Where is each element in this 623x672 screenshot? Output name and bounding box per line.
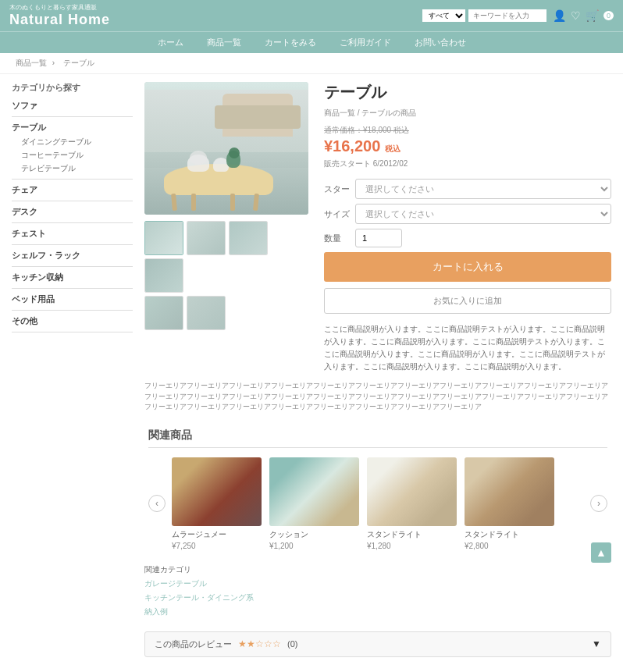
- breadcrumb: 商品一覧 › テーブル: [0, 53, 623, 74]
- thumbnail-row-2: [144, 296, 308, 330]
- sidebar-sub-coffee[interactable]: コーヒーテーブル: [21, 150, 133, 161]
- related-carousel: ‹ ムラージュメー ¥7,250 クッション ¥1,200 スタンドライト: [148, 457, 607, 550]
- cart-icon[interactable]: 🛒: [586, 9, 599, 22]
- thumb-2[interactable]: [187, 221, 226, 255]
- nav-cart[interactable]: カートをみる: [265, 37, 316, 48]
- color-option-row: スター 選択してください: [324, 179, 611, 199]
- nav-home[interactable]: ホーム: [158, 37, 183, 48]
- qty-option-label: 数量: [324, 233, 355, 244]
- related-title: 関連商品: [148, 428, 607, 448]
- related-item-image-3: [367, 457, 457, 526]
- user-icon[interactable]: 👤: [553, 9, 566, 22]
- main-container: カテゴリから探す ソファ テーブル ダイニングテーブル コーヒーテーブル テレビ…: [0, 74, 623, 672]
- breadcrumb-current: テーブル: [63, 59, 94, 67]
- related-item-price-2: ¥1,200: [269, 542, 359, 550]
- search-category-select[interactable]: すべて: [422, 9, 465, 22]
- header-subtitle: 木のぬくもりと暮らす家具通販: [9, 3, 110, 12]
- product-date-label: 販売スタート: [324, 159, 371, 168]
- related-item-price-1: ¥7,250: [172, 542, 262, 550]
- related-item-3[interactable]: スタンドライト ¥1,280: [367, 457, 457, 550]
- carousel-next-button[interactable]: ›: [590, 495, 607, 512]
- search-input[interactable]: [468, 9, 546, 22]
- thumb-3[interactable]: [229, 221, 268, 255]
- nav-contact[interactable]: お問い合わせ: [415, 37, 466, 48]
- related-item-name-1: ムラージュメー: [172, 529, 262, 540]
- product-price-value: ¥16,200: [324, 137, 380, 155]
- tags-label: 関連カテゴリ: [144, 563, 611, 577]
- related-item-name-3: スタンドライト: [367, 529, 457, 540]
- related-section: 関連商品 ‹ ムラージュメー ¥7,250 クッション ¥1,200: [144, 428, 611, 550]
- sidebar-sub-table: ダイニングテーブル コーヒーテーブル テレビテーブル: [12, 137, 133, 174]
- add-to-cart-button[interactable]: カートに入れる: [324, 252, 611, 282]
- tag-2[interactable]: キッチンテール・ダイニング系: [144, 593, 254, 602]
- sidebar-item-other[interactable]: その他: [12, 315, 133, 327]
- product-price-tax: 税込: [385, 144, 400, 153]
- logo-area: 木のぬくもりと暮らす家具通販 Natural Home: [9, 3, 110, 28]
- product-category-links: 商品一覧 / テーブルの商品: [324, 108, 611, 119]
- product-sub-category-link[interactable]: テーブルの商品: [361, 108, 416, 117]
- related-item-4[interactable]: スタンドライト ¥2,800: [465, 457, 554, 550]
- sidebar-item-kitchen[interactable]: キッチン収納: [12, 272, 133, 283]
- size-option-label: サイズ: [324, 208, 355, 220]
- header-icons: 👤 ♡ 🛒 0: [553, 9, 614, 22]
- sidebar-item-sofa[interactable]: ソファ: [12, 100, 133, 112]
- product-scene: [144, 82, 308, 215]
- review-section: この商品のレビュー ★★☆☆☆ (0) ▼ レビューはありません。 レビューを投…: [144, 631, 611, 673]
- thumbnail-row: [144, 221, 308, 293]
- sidebar-sub-tv[interactable]: テレビテーブル: [21, 163, 133, 174]
- color-select[interactable]: 選択してください: [355, 179, 611, 199]
- nav-products[interactable]: 商品一覧: [207, 37, 241, 48]
- product-category-link[interactable]: 商品一覧: [324, 108, 355, 117]
- related-item-image-4: [465, 457, 554, 526]
- product-price: ¥16,200 税込: [324, 137, 611, 155]
- review-header-label: この商品のレビュー: [155, 638, 232, 650]
- tags-section: 関連カテゴリ ガレージテーブル キッチンテール・ダイニング系 納入例: [144, 563, 611, 619]
- breadcrumb-sep: ›: [52, 59, 57, 67]
- product-date: 販売スタート 6/2012/02: [324, 158, 611, 169]
- sidebar-item-table[interactable]: テーブル: [12, 122, 133, 133]
- sidebar-sub-dining[interactable]: ダイニングテーブル: [21, 137, 133, 148]
- thumb-4[interactable]: [144, 258, 183, 293]
- related-item-price-4: ¥2,800: [465, 542, 554, 550]
- related-item-image-2: [269, 457, 359, 526]
- cart-count: 0: [603, 11, 614, 20]
- sidebar-item-chair[interactable]: チェア: [12, 184, 133, 196]
- size-option-row: サイズ 選択してください: [324, 204, 611, 224]
- product-description: ここに商品説明が入ります。ここに商品説明テストが入ります。ここに商品説明が入りま…: [324, 323, 611, 373]
- add-to-wishlist-button[interactable]: お気に入りに追加: [324, 288, 611, 314]
- related-items: ムラージュメー ¥7,250 クッション ¥1,200 スタンドライト ¥1,2…: [172, 457, 584, 550]
- qty-input[interactable]: [355, 229, 402, 247]
- thumb-6[interactable]: [187, 296, 226, 330]
- product-info: テーブル 商品一覧 / テーブルの商品 通常価格：¥18,000 税込 ¥16,…: [324, 82, 611, 373]
- related-item-2[interactable]: クッション ¥1,200: [269, 457, 359, 550]
- product-top: テーブル 商品一覧 / テーブルの商品 通常価格：¥18,000 税込 ¥16,…: [144, 82, 611, 373]
- related-item-1[interactable]: ムラージュメー ¥7,250: [172, 457, 262, 550]
- qty-option-row: 数量: [324, 229, 611, 247]
- sidebar-item-shelf[interactable]: シェルフ・ラック: [12, 250, 133, 261]
- header-logo: Natural Home: [9, 12, 110, 28]
- search-area: すべて: [422, 9, 546, 22]
- sidebar: カテゴリから探す ソファ テーブル ダイニングテーブル コーヒーテーブル テレビ…: [12, 82, 133, 672]
- heart-icon[interactable]: ♡: [571, 9, 581, 22]
- nav-guide[interactable]: ご利用ガイド: [340, 37, 391, 48]
- related-item-price-3: ¥1,280: [367, 542, 457, 550]
- main-product-image: [144, 82, 308, 215]
- review-count: (0): [287, 639, 297, 649]
- thumb-1[interactable]: [144, 221, 183, 255]
- sidebar-item-chest[interactable]: チェスト: [12, 228, 133, 240]
- header: 木のぬくもりと暮らす家具通販 Natural Home すべて 👤 ♡ 🛒 0 …: [0, 0, 623, 53]
- back-to-top-button[interactable]: ▲: [591, 542, 611, 563]
- color-option-label: スター: [324, 183, 355, 195]
- review-header[interactable]: この商品のレビュー ★★☆☆☆ (0) ▼: [144, 631, 611, 657]
- sidebar-item-bed[interactable]: ベッド用品: [12, 293, 133, 305]
- review-toggle-icon: ▼: [592, 638, 601, 649]
- carousel-prev-button[interactable]: ‹: [148, 495, 166, 512]
- thumb-5[interactable]: [144, 296, 183, 330]
- breadcrumb-home[interactable]: 商品一覧: [16, 59, 47, 67]
- header-top-right: すべて 👤 ♡ 🛒 0: [422, 9, 614, 22]
- product-title: テーブル: [324, 82, 611, 103]
- sidebar-item-desk[interactable]: デスク: [12, 206, 133, 218]
- size-select[interactable]: 選択してください: [355, 204, 611, 224]
- tag-1[interactable]: ガレージテーブル: [144, 579, 207, 588]
- tag-3[interactable]: 納入例: [144, 607, 168, 616]
